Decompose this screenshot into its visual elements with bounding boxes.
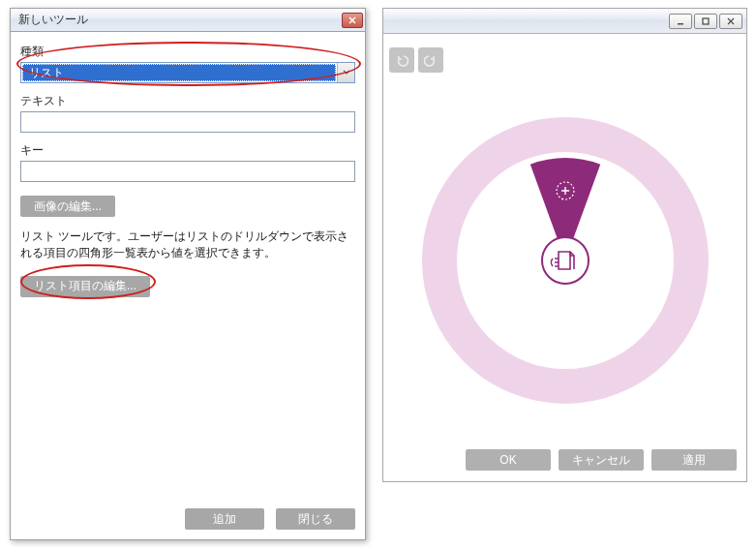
cancel-button[interactable]: キャンセル	[559, 449, 644, 471]
close-button[interactable]: 閉じる	[276, 508, 355, 530]
dialog-title: 新しいツール	[18, 12, 342, 28]
maximize-button[interactable]	[694, 14, 717, 29]
text-label: テキスト	[20, 93, 355, 109]
preview-body	[383, 34, 746, 439]
preview-titlebar	[383, 9, 746, 34]
key-label: キー	[20, 142, 355, 159]
undo-button[interactable]	[389, 47, 414, 73]
dialog-titlebar: 新しいツール	[11, 9, 365, 32]
preview-toolbar	[389, 47, 443, 73]
chevron-down-icon	[343, 70, 350, 76]
radial-menu-preview	[420, 115, 711, 406]
tool-description: リスト ツールです。ユーザーはリストのドリルダウンで表示される項目の四角形一覧表…	[20, 229, 355, 262]
dialog-body: 種類 リスト テキスト キー 画像の編集... リスト ツールです。ユーザーはリ…	[11, 32, 365, 501]
svg-rect-1	[703, 18, 709, 24]
redo-icon	[424, 53, 438, 67]
type-select-value: リスト	[22, 64, 336, 81]
maximize-icon	[701, 16, 711, 26]
dialog-footer: 追加 閉じる	[11, 501, 365, 539]
window-close-button[interactable]	[719, 14, 742, 29]
preview-footer: OK キャンセル 適用	[383, 439, 746, 481]
apply-button[interactable]: 適用	[651, 449, 737, 471]
type-select[interactable]: リスト	[20, 62, 355, 83]
dialog-close-button[interactable]	[342, 13, 363, 28]
minimize-icon	[676, 16, 685, 26]
svg-rect-0	[678, 23, 683, 25]
minimize-button[interactable]	[669, 14, 692, 29]
type-label: 種類	[20, 44, 355, 60]
redo-button[interactable]	[418, 47, 443, 73]
ok-button[interactable]: OK	[466, 449, 551, 471]
edit-image-button[interactable]: 画像の編集...	[20, 196, 115, 217]
text-input[interactable]	[20, 111, 355, 133]
close-icon	[348, 16, 356, 24]
close-icon	[726, 16, 736, 26]
edit-list-items-button[interactable]: リスト項目の編集...	[20, 276, 150, 297]
type-select-arrow[interactable]	[337, 63, 354, 82]
add-button[interactable]: 追加	[185, 508, 264, 530]
radial-center-button[interactable]	[542, 237, 589, 284]
undo-icon	[395, 53, 408, 67]
new-tool-dialog: 新しいツール 種類 リスト テキスト キー 画像の編集... リスト ツールです…	[10, 8, 366, 540]
preview-window: OK キャンセル 適用	[382, 8, 747, 482]
key-input[interactable]	[20, 161, 355, 182]
